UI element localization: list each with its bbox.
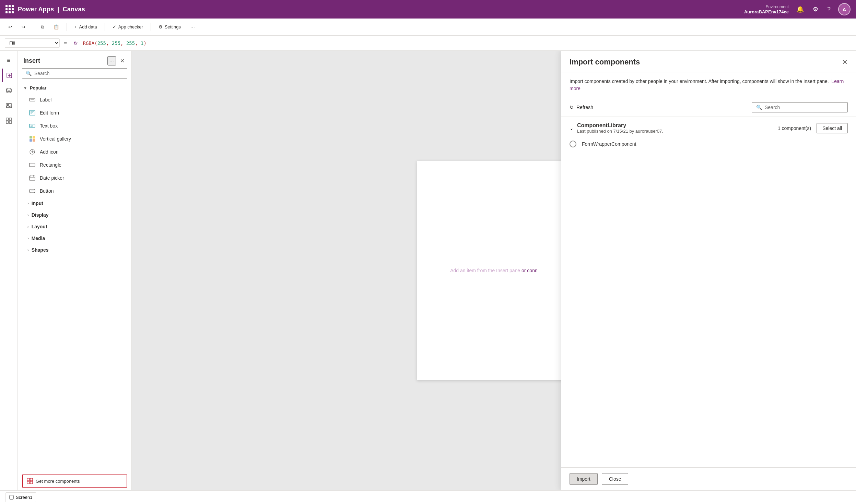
app-checker-icon: ✓: [113, 24, 116, 29]
insert-close-button[interactable]: ✕: [119, 56, 126, 65]
library-count: 1 component(s): [778, 125, 811, 131]
shapes-group[interactable]: › Shapes: [18, 244, 131, 256]
canvas-area: Add an item from the Insert pane or conn…: [132, 51, 856, 490]
import-search-box[interactable]: 🔍: [752, 102, 848, 112]
avatar[interactable]: A: [838, 3, 851, 15]
layout-chevron: ›: [27, 225, 29, 229]
sidebar-icon-components[interactable]: [2, 114, 16, 128]
toolbar-separator-2: [67, 23, 67, 31]
display-chevron: ›: [27, 213, 29, 217]
insert-options-button[interactable]: ⋯: [107, 56, 116, 65]
paste-button[interactable]: 📋: [50, 22, 62, 32]
component-radio[interactable]: [570, 141, 576, 147]
shapes-chevron: ›: [27, 248, 29, 252]
placeholder-text: Add an item from the Insert pane or conn: [450, 268, 537, 273]
sidebar-icon-insert[interactable]: [2, 69, 16, 82]
display-label: Display: [32, 212, 49, 218]
popular-section-header[interactable]: ▼ Popular: [18, 83, 131, 93]
settings-button[interactable]: ⚙: [811, 4, 820, 14]
screen-tab[interactable]: Screen1: [5, 492, 36, 502]
toolbar-separator-3: [105, 23, 105, 31]
canvas-placeholder: Add an item from the Insert pane or conn: [450, 268, 537, 273]
insert-item-vertical-gallery[interactable]: Vertical gallery: [18, 132, 131, 145]
edit-form-icon: [29, 109, 36, 116]
settings-toolbar-button[interactable]: ⚙ Settings: [155, 22, 184, 32]
redo-button[interactable]: ↪: [18, 22, 29, 32]
media-chevron: ›: [27, 236, 29, 240]
svg-rect-6: [6, 118, 9, 120]
media-group[interactable]: › Media: [18, 232, 131, 244]
search-input[interactable]: [34, 71, 124, 76]
undo-button[interactable]: ↩: [5, 22, 15, 32]
select-all-button[interactable]: Select all: [817, 123, 848, 133]
import-search-icon: 🔍: [756, 105, 762, 110]
refresh-label: Refresh: [576, 105, 593, 110]
button-text: Button: [40, 188, 54, 194]
insert-item-edit-form[interactable]: Edit form: [18, 106, 131, 119]
insert-item-rectangle[interactable]: Rectangle: [18, 158, 131, 171]
import-content: ⌄ ComponentLibrary Last published on 7/1…: [561, 117, 856, 467]
library-section: ⌄ ComponentLibrary Last published on 7/1…: [570, 122, 848, 152]
property-select[interactable]: Fill: [5, 38, 60, 48]
import-button[interactable]: Import: [570, 473, 598, 485]
component-item: FormWrapperComponent: [570, 136, 848, 152]
import-panel: Import components ✕ Import components cr…: [561, 51, 856, 490]
formula-text: RGBA(255, 255, 255, 1): [83, 40, 146, 46]
popular-chevron: ▼: [23, 86, 27, 90]
refresh-button[interactable]: ↻ Refresh: [570, 105, 593, 110]
input-group[interactable]: › Input: [18, 197, 131, 209]
media-label: Media: [32, 236, 45, 241]
import-description: Import components created by other peopl…: [561, 72, 856, 98]
toolbar-separator-1: [33, 23, 33, 31]
insert-item-add-icon[interactable]: Add icon: [18, 145, 131, 158]
screen-checkbox[interactable]: [9, 495, 14, 500]
equals-sign: =: [62, 40, 68, 46]
more-button[interactable]: ⋯: [187, 22, 198, 32]
insert-item-button[interactable]: Button: [18, 184, 131, 197]
help-button[interactable]: ?: [826, 4, 832, 14]
insert-search-box[interactable]: 🔍: [22, 68, 127, 79]
svg-rect-4: [6, 104, 12, 108]
add-data-icon: +: [74, 24, 77, 29]
library-collapse-button[interactable]: ⌄: [570, 125, 574, 131]
copy-icon: ⧉: [41, 24, 44, 30]
layout-group[interactable]: › Layout: [18, 221, 131, 232]
insert-item-label[interactable]: Label: [18, 93, 131, 106]
formulabar: Fill = fx RGBA(255, 255, 255, 1): [0, 36, 856, 51]
display-group[interactable]: › Display: [18, 209, 131, 221]
import-header: Import components ✕: [561, 51, 856, 72]
environment-info: Environment AuroraBAPEnv174ee: [744, 4, 789, 14]
rectangle-text: Rectangle: [40, 162, 61, 168]
svg-rect-26: [30, 176, 35, 180]
text-box-icon: ab: [29, 122, 36, 129]
copy-button[interactable]: ⧉: [37, 22, 47, 32]
insert-item-text-box[interactable]: ab Text box: [18, 119, 131, 132]
import-close-button[interactable]: ✕: [842, 58, 848, 66]
insert-item-date-picker[interactable]: Date picker: [18, 171, 131, 184]
label-item-text: Label: [40, 97, 51, 103]
svg-rect-19: [33, 136, 35, 139]
get-more-icon: [27, 478, 33, 484]
close-button[interactable]: Close: [602, 473, 629, 485]
notification-button[interactable]: 🔔: [795, 4, 805, 14]
get-more-components-button[interactable]: Get more components: [22, 475, 127, 488]
waffle-menu[interactable]: [5, 5, 14, 13]
redo-icon: ↪: [22, 24, 25, 29]
sidebar-icon-tree[interactable]: ≡: [2, 53, 16, 67]
sidebar-icon-data[interactable]: [2, 84, 16, 97]
input-label: Input: [32, 201, 43, 206]
fx-button[interactable]: fx: [71, 39, 80, 47]
insert-items-list: ▼ Popular Label Edit form ab: [18, 83, 131, 472]
svg-rect-7: [9, 118, 12, 120]
app-checker-label: App checker: [118, 24, 143, 29]
canvas-label: Canvas: [63, 6, 85, 13]
add-icon-icon: [29, 148, 36, 155]
or-connect-link[interactable]: or conn: [521, 268, 538, 273]
sidebar-icon-media[interactable]: [2, 99, 16, 112]
svg-rect-33: [30, 478, 33, 481]
add-data-button[interactable]: + Add data: [71, 22, 101, 32]
settings-toolbar-icon: ⚙: [159, 24, 163, 29]
app-checker-button[interactable]: ✓ App checker: [109, 22, 146, 32]
shapes-label: Shapes: [32, 247, 49, 253]
import-search-input[interactable]: [765, 105, 843, 110]
